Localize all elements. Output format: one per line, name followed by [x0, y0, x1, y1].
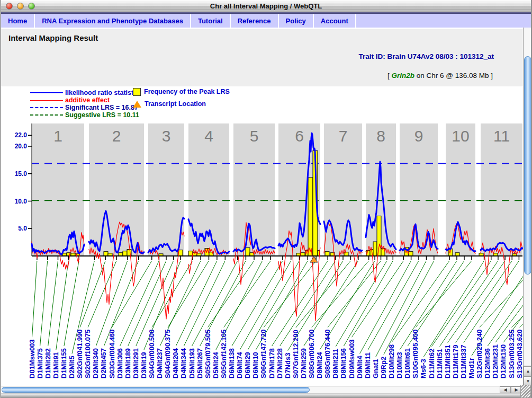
marker-label-D3Mit306[interactable]: D3Mit306: [116, 348, 124, 378]
marker-connector-line: [296, 261, 351, 328]
marker-label-D2Mit5[interactable]: D2Mit5: [68, 356, 76, 378]
marker-label-S04Gnf090.375[interactable]: S04Gnf090.375: [164, 329, 172, 378]
legend-additive-label: additive effect: [65, 96, 110, 104]
marker-label-S13Gnf003.255[interactable]: S13Gnf003.255: [508, 329, 516, 378]
horizontal-scroll-arrows: ◀ ▶: [500, 386, 522, 393]
marker-label-D7Nds3[interactable]: D7Nds3: [284, 353, 292, 378]
marker-label-D5Mit193[interactable]: D5Mit193: [188, 348, 196, 378]
marker-label-D1Mit155[interactable]: D1Mit155: [60, 348, 68, 378]
vertical-scroll-arrows: ▲ ▼: [524, 366, 532, 386]
marker-label-D1Mit375[interactable]: D1Mit375: [36, 348, 44, 378]
marker-label-D6Mit10[interactable]: D6Mit10: [251, 352, 259, 378]
marker-label-D7Mit228[interactable]: D7Mit228: [276, 348, 284, 378]
marker-label-D7Mit178[interactable]: D7Mit178: [268, 348, 276, 378]
marker-label-S08Gnf076.440[interactable]: S08Gnf076.440: [323, 329, 331, 378]
marker-connector-line: [344, 261, 393, 346]
marker-label-D11Mit62[interactable]: D11Mit62: [428, 349, 436, 378]
nav-reference[interactable]: Reference: [231, 14, 279, 28]
vertical-scrollbar-thumb[interactable]: [524, 56, 531, 275]
chromosome-number-8: 8: [376, 127, 385, 145]
marker-label-D9Mit4[interactable]: D9Mit4: [356, 356, 364, 378]
marker-label-D11Mit337[interactable]: D11Mit337: [459, 344, 467, 378]
marker-label-Ms6-3[interactable]: Ms6-3: [419, 359, 427, 378]
minimize-button[interactable]: [17, 3, 24, 10]
marker-label-D11Mit351[interactable]: D11Mit351: [444, 344, 452, 378]
marker-label-D7Mit259[interactable]: D7Mit259: [300, 348, 308, 378]
marker-label-S07Gnf112.290[interactable]: S07Gnf112.290: [292, 330, 300, 378]
marker-label-D12Mit231[interactable]: D12Mit231: [491, 344, 499, 378]
marker-label-D10Mit298[interactable]: D10Mit298: [387, 344, 395, 378]
marker-label-D6Mit138[interactable]: D6Mit138: [228, 348, 236, 378]
marker-label-D12Mit150[interactable]: D12Mit150: [499, 344, 507, 378]
marker-label-S12Gnf029.240[interactable]: S12Gnf029.240: [475, 329, 483, 378]
marker-label-S02Gnf041.990[interactable]: S02Gnf041.990: [76, 329, 84, 378]
resize-grip[interactable]: [520, 385, 531, 398]
nav-bar: Home RNA Expression and Phenotype Databa…: [1, 13, 531, 28]
marker-label-D4Mit237[interactable]: D4Mit237: [156, 348, 164, 378]
horizontal-scrollbar[interactable]: ◀ ▶: [1, 386, 523, 393]
marker-label-D8Mit211[interactable]: D8Mit211: [331, 349, 339, 378]
marker-label-Mod1r[interactable]: Mod1r: [467, 358, 475, 378]
marker-label-D8Mit156[interactable]: D8Mit156: [339, 348, 347, 378]
marker-label-D5Mit24[interactable]: D5Mit24: [212, 351, 220, 378]
scroll-left-button[interactable]: ◀: [500, 386, 511, 393]
frequency-square-icon: [133, 88, 141, 96]
marker-label-D2Mit457[interactable]: D2Mit457: [100, 348, 107, 378]
marker-label-D2Mit340[interactable]: D2Mit340: [92, 348, 100, 378]
marker-label-D5Mit267[interactable]: D5Mit267: [196, 348, 204, 378]
marker-label-D10Mit3[interactable]: D10Mit3: [395, 352, 403, 378]
marker-label-S10Gnf095.400[interactable]: S10Gnf095.400: [411, 329, 419, 378]
marker-label-D11Mit179[interactable]: D11Mit179: [452, 344, 459, 378]
marker-connector-line: [40, 261, 48, 346]
marker-label-D12Mit36[interactable]: D12Mit36: [483, 348, 491, 378]
y-axis-label: 22.0: [15, 131, 28, 139]
marker-label-D1Mit282[interactable]: D1Mit282: [44, 348, 52, 378]
nav-home[interactable]: Home: [1, 14, 35, 28]
marker-label-D10Mit61[interactable]: D10Mit61: [403, 348, 411, 378]
chromosome-number-6: 6: [295, 127, 304, 145]
marker-label-D4Mit344[interactable]: D4Mit344: [179, 348, 187, 378]
marker-label-D01Msw003[interactable]: D01Msw003: [28, 339, 36, 378]
marker-label-S04Gnf000.500[interactable]: S04Gnf000.500: [148, 329, 156, 378]
marker-connector-line: [32, 261, 37, 337]
marker-label-D09Msw003[interactable]: D09Msw003: [348, 339, 356, 378]
marker-label-S02Gnf100.075[interactable]: S02Gnf100.075: [84, 329, 92, 378]
marker-label-S03Gnf004.460[interactable]: S03Gnf004.460: [108, 329, 116, 378]
nav-policy[interactable]: Policy: [279, 14, 314, 28]
marker-label-Gnat1[interactable]: Gnat1: [372, 359, 380, 378]
marker-connector-line: [56, 261, 69, 350]
gene-symbol[interactable]: Grin2b: [391, 72, 414, 79]
legend-additive: additive effect: [30, 96, 110, 104]
zoom-button[interactable]: [28, 3, 35, 10]
significant-line-sample: [30, 107, 63, 108]
close-button[interactable]: [6, 3, 13, 10]
marker-label-D3Mit189[interactable]: D3Mit189: [124, 348, 132, 378]
marker-label-S05Gnf079.505[interactable]: S05Gnf079.505: [204, 329, 212, 378]
vertical-scrollbar[interactable]: ▲ ▼: [523, 28, 532, 386]
marker-label-S13Gnf043.620[interactable]: S13Gnf043.620: [516, 329, 523, 378]
marker-label-D4Mit204[interactable]: D4Mit204: [172, 348, 179, 378]
nav-tutorial[interactable]: Tutorial: [191, 14, 231, 28]
nav-rna-databases[interactable]: RNA Expression and Phenotype Databases: [35, 14, 191, 28]
marker-label-D9Rp2[interactable]: D9Rp2: [380, 357, 387, 378]
page-header: Interval Mapping Result Trait ID: Brain …: [1, 28, 523, 86]
peak-frequency-bar: [377, 216, 381, 256]
marker-label-D8Mit24[interactable]: D8Mit24: [315, 351, 323, 378]
marker-label-D6Mit74[interactable]: D6Mit74: [236, 351, 244, 378]
marker-label-S08Gnf006.700[interactable]: S08Gnf006.700: [308, 329, 315, 378]
title-bar[interactable]: Chr all Interval Mapping / WebQTL: [1, 0, 531, 13]
webqtl-window: Chr all Interval Mapping / WebQTL Home R…: [0, 0, 532, 398]
marker-label-D11Mit51[interactable]: D11Mit51: [436, 349, 444, 378]
marker-label-D6Mit29[interactable]: D6Mit29: [244, 352, 251, 378]
marker-connector-line: [168, 261, 209, 327]
marker-label-D9Mit11[interactable]: D9Mit11: [364, 352, 372, 378]
marker-label-S06Gnf147.720[interactable]: S06Gnf147.720: [259, 329, 267, 378]
marker-label-S05Gnf142.105[interactable]: S05Gnf142.105: [220, 329, 228, 378]
marker-label-D1Mit91[interactable]: D1Mit91: [52, 352, 60, 378]
legend-transcript-label: Transcript Location: [145, 100, 206, 108]
marker-label-D3Mit291[interactable]: D3Mit291: [132, 348, 140, 378]
nav-account[interactable]: Account: [314, 14, 356, 28]
scroll-up-button[interactable]: ▲: [524, 366, 532, 376]
marker-label-D3Mit19[interactable]: D3Mit19: [140, 352, 148, 378]
horizontal-scrollbar-thumb[interactable]: [2, 387, 310, 393]
